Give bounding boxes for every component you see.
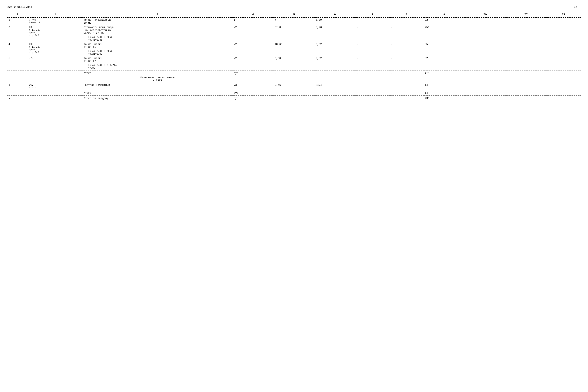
col5 <box>273 96 314 100</box>
col1 <box>7 76 28 83</box>
col7: - <box>356 18 390 25</box>
col-header-6: 6 <box>315 12 356 18</box>
col6 <box>315 96 356 100</box>
table-row: 5 -"- То же, марки II-36-I2 Цена: 7,4I+0… <box>7 56 581 70</box>
description: То же, площадью до IO м2 <box>82 18 232 25</box>
subtotal-label: Итого <box>82 91 232 95</box>
col8: - <box>390 18 424 25</box>
quantity: 7 <box>273 18 314 25</box>
table-row: 3 ССЦ п.II-I57 прил.I стр.346 Стоимость … <box>7 25 581 42</box>
subtotal-value: I4 <box>424 91 465 95</box>
description: То же, марки II-36-I2 Цена: 7,4I+0,2+0,2… <box>82 56 232 70</box>
col-header-2: 2 <box>28 12 82 18</box>
col10 <box>465 25 506 42</box>
col10 <box>465 83 506 90</box>
col12 <box>547 56 581 70</box>
price: 24,4 <box>315 83 356 90</box>
col11 <box>506 71 547 76</box>
col7: - <box>356 91 390 95</box>
row-num: 5 <box>7 56 28 70</box>
col8: - <box>390 42 424 56</box>
description: Стоимость плит сбор- ных железобетонных … <box>82 25 232 42</box>
column-headers: I 2 3 4 5 6 7 8 9 IO II I2 <box>7 12 581 18</box>
col6: - <box>315 71 356 76</box>
total: I4 <box>424 83 465 90</box>
row-num: 2 <box>7 18 28 25</box>
col11 <box>506 25 547 42</box>
col6: - <box>315 91 356 95</box>
col12 <box>547 83 581 90</box>
source-ref: ССЦ п.II-I57 Прил.I отр.346 <box>28 42 82 56</box>
row-num: 3 <box>7 25 28 42</box>
section-total-label: Итого по разделу <box>82 96 232 100</box>
page-number: - I4 - <box>571 6 581 9</box>
col-header-3: 3 <box>82 12 232 18</box>
subtotal-unit: руб. <box>232 71 273 76</box>
col7: - <box>356 71 390 76</box>
col7: - <box>356 83 390 90</box>
col1 <box>7 91 28 95</box>
source-ref: -"- <box>28 56 82 70</box>
col5: - <box>273 91 314 95</box>
source-ref: ССЦ п.II-I57 прил.I стр.346 <box>28 25 82 42</box>
total: 85 <box>424 42 465 56</box>
source-ref: ССЦ п.2-4 <box>28 83 82 90</box>
col7 <box>356 96 390 100</box>
unit: шт <box>232 18 273 25</box>
table-row: 6 ССЦ п.2-4 Раствор цементный м3 0,56 24… <box>7 83 581 90</box>
col2 <box>28 71 82 76</box>
col8: -- <box>390 91 424 95</box>
col11 <box>506 42 547 56</box>
col10 <box>465 18 506 25</box>
source-ref: 7-463 39-6-1,8 <box>28 18 82 25</box>
col12 <box>547 42 581 56</box>
col10 <box>465 71 506 76</box>
subtotal-row-2: Итого руб. - - - -- I4 <box>7 91 581 95</box>
doc-id: 224-9-95(II.84) <box>7 6 32 9</box>
col10 <box>465 91 506 95</box>
unit: м2 <box>232 42 273 56</box>
description: Раствор цементный <box>82 83 232 90</box>
table-row: 4 ССЦ п.II-I57 Прил.I отр.346 То же, мар… <box>7 42 581 56</box>
col-header-8: 8 <box>390 12 424 18</box>
col12 <box>547 71 581 76</box>
col12 <box>547 91 581 95</box>
col7: - <box>356 56 390 70</box>
table-row: 2 7-463 39-6-1,8 То же, площадью до IO м… <box>7 18 581 25</box>
subtotal-unit: руб. <box>232 91 273 95</box>
unit: м2 <box>232 25 273 42</box>
col-header-12: I2 <box>547 12 581 18</box>
col-header-10: IO <box>465 12 506 18</box>
col8: - <box>390 25 424 42</box>
price: 8,26 <box>315 25 356 42</box>
col-header-11: II <box>506 12 547 18</box>
unit: м3 <box>232 83 273 90</box>
col8: - <box>390 56 424 70</box>
materials-note-row: Материалы, не учтенные в ЕРЕР <box>7 76 581 83</box>
col10 <box>465 42 506 56</box>
col-header-5: 5 <box>273 12 314 18</box>
price: 8,02 <box>315 42 356 56</box>
col-header-4: 4 <box>232 12 273 18</box>
col10 <box>465 56 506 70</box>
col11 <box>506 83 547 90</box>
quantity: I0,60 <box>273 42 314 56</box>
col8: - <box>390 83 424 90</box>
col12 <box>547 18 581 25</box>
description: То же, марки II-36-I5 Цена: 7,4I+0,20x2+… <box>82 42 232 56</box>
total: 22 <box>424 18 465 25</box>
section-total-value: 433 <box>424 96 465 100</box>
section-total-unit: руб. <box>232 96 273 100</box>
price: 7,82 <box>315 56 356 70</box>
quantity: 0,56 <box>273 83 314 90</box>
col11 <box>506 18 547 25</box>
col11 <box>506 96 547 100</box>
col-header-1: I <box>7 12 28 18</box>
total: 256 <box>424 25 465 42</box>
subtotal-row: Итого руб. - - - - 4I9 <box>7 71 581 76</box>
col7: - <box>356 25 390 42</box>
col8 <box>390 96 424 100</box>
col2 <box>28 91 82 95</box>
col-header-7: 7 <box>356 12 390 18</box>
col-rest <box>232 76 581 83</box>
